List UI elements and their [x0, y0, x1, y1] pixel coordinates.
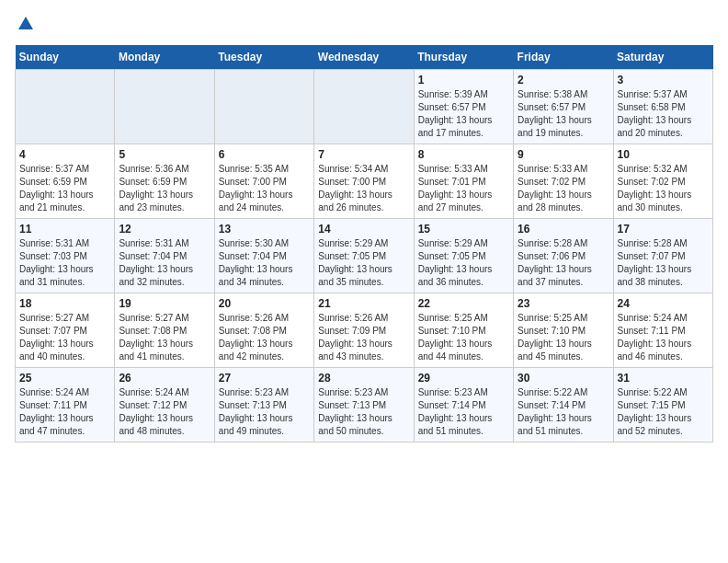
weekday-header-wednesday: Wednesday	[314, 45, 414, 70]
day-number: 30	[518, 372, 609, 385]
day-number: 20	[219, 297, 310, 310]
day-number: 19	[119, 297, 210, 310]
calendar-cell: 22Sunrise: 5:25 AM Sunset: 7:10 PM Dayli…	[414, 293, 513, 367]
day-number: 18	[19, 297, 110, 310]
calendar-cell	[314, 69, 414, 144]
cell-content: Sunrise: 5:32 AM Sunset: 7:02 PM Dayligh…	[618, 163, 709, 214]
calendar-cell: 29Sunrise: 5:23 AM Sunset: 7:14 PM Dayli…	[414, 367, 513, 442]
day-number: 10	[618, 148, 709, 161]
calendar-cell: 7Sunrise: 5:34 AM Sunset: 7:00 PM Daylig…	[314, 144, 414, 218]
cell-content: Sunrise: 5:33 AM Sunset: 7:01 PM Dayligh…	[418, 163, 509, 214]
day-number: 26	[119, 372, 210, 385]
cell-content: Sunrise: 5:39 AM Sunset: 6:57 PM Dayligh…	[418, 88, 509, 140]
cell-content: Sunrise: 5:29 AM Sunset: 7:05 PM Dayligh…	[318, 237, 409, 289]
cell-content: Sunrise: 5:33 AM Sunset: 7:02 PM Dayligh…	[518, 163, 609, 214]
day-number: 7	[318, 148, 409, 161]
cell-content: Sunrise: 5:22 AM Sunset: 7:14 PM Dayligh…	[518, 386, 609, 438]
day-number: 5	[119, 148, 210, 161]
calendar-cell: 30Sunrise: 5:22 AM Sunset: 7:14 PM Dayli…	[514, 367, 613, 442]
calendar-cell: 24Sunrise: 5:24 AM Sunset: 7:11 PM Dayli…	[613, 293, 712, 367]
calendar-cell: 13Sunrise: 5:30 AM Sunset: 7:04 PM Dayli…	[214, 218, 313, 293]
day-number: 23	[518, 297, 609, 310]
calendar-cell: 19Sunrise: 5:27 AM Sunset: 7:08 PM Dayli…	[115, 293, 214, 367]
day-number: 3	[618, 74, 709, 86]
cell-content: Sunrise: 5:36 AM Sunset: 6:59 PM Dayligh…	[119, 163, 210, 214]
weekday-header-friday: Friday	[514, 45, 613, 70]
calendar-cell: 9Sunrise: 5:33 AM Sunset: 7:02 PM Daylig…	[514, 144, 613, 218]
day-number: 9	[518, 148, 609, 161]
cell-content: Sunrise: 5:30 AM Sunset: 7:04 PM Dayligh…	[219, 237, 310, 289]
logo-text	[15, 15, 35, 38]
calendar-cell: 21Sunrise: 5:26 AM Sunset: 7:09 PM Dayli…	[314, 293, 414, 367]
day-number: 29	[418, 372, 509, 385]
day-number: 8	[418, 148, 509, 161]
cell-content: Sunrise: 5:37 AM Sunset: 6:59 PM Dayligh…	[19, 163, 110, 214]
calendar-cell: 25Sunrise: 5:24 AM Sunset: 7:11 PM Dayli…	[16, 367, 115, 442]
cell-content: Sunrise: 5:26 AM Sunset: 7:09 PM Dayligh…	[318, 312, 409, 363]
calendar-cell: 12Sunrise: 5:31 AM Sunset: 7:04 PM Dayli…	[115, 218, 214, 293]
weekday-header-tuesday: Tuesday	[214, 45, 313, 70]
logo-icon	[17, 15, 35, 33]
calendar-cell: 4Sunrise: 5:37 AM Sunset: 6:59 PM Daylig…	[16, 144, 115, 218]
day-number: 13	[219, 223, 310, 236]
calendar-cell: 2Sunrise: 5:38 AM Sunset: 6:57 PM Daylig…	[514, 69, 613, 144]
day-number: 12	[119, 223, 210, 236]
weekday-header-sunday: Sunday	[16, 45, 115, 70]
day-number: 14	[318, 223, 409, 236]
day-number: 25	[19, 372, 110, 385]
cell-content: Sunrise: 5:35 AM Sunset: 7:00 PM Dayligh…	[219, 163, 310, 214]
cell-content: Sunrise: 5:31 AM Sunset: 7:04 PM Dayligh…	[119, 237, 210, 289]
calendar-cell	[214, 69, 313, 144]
cell-content: Sunrise: 5:22 AM Sunset: 7:15 PM Dayligh…	[618, 386, 709, 438]
cell-content: Sunrise: 5:23 AM Sunset: 7:14 PM Dayligh…	[418, 386, 509, 438]
calendar-cell: 17Sunrise: 5:28 AM Sunset: 7:07 PM Dayli…	[613, 218, 712, 293]
calendar-cell: 6Sunrise: 5:35 AM Sunset: 7:00 PM Daylig…	[214, 144, 313, 218]
day-number: 24	[618, 297, 709, 310]
calendar-cell: 8Sunrise: 5:33 AM Sunset: 7:01 PM Daylig…	[414, 144, 513, 218]
calendar-cell: 28Sunrise: 5:23 AM Sunset: 7:13 PM Dayli…	[314, 367, 414, 442]
cell-content: Sunrise: 5:34 AM Sunset: 7:00 PM Dayligh…	[318, 163, 409, 214]
cell-content: Sunrise: 5:26 AM Sunset: 7:08 PM Dayligh…	[219, 312, 310, 363]
cell-content: Sunrise: 5:23 AM Sunset: 7:13 PM Dayligh…	[318, 386, 409, 438]
calendar-cell: 18Sunrise: 5:27 AM Sunset: 7:07 PM Dayli…	[16, 293, 115, 367]
calendar-week-1: 1Sunrise: 5:39 AM Sunset: 6:57 PM Daylig…	[16, 69, 713, 144]
calendar-week-4: 18Sunrise: 5:27 AM Sunset: 7:07 PM Dayli…	[16, 293, 713, 367]
weekday-header-saturday: Saturday	[613, 45, 712, 70]
day-number: 15	[418, 223, 509, 236]
cell-content: Sunrise: 5:23 AM Sunset: 7:13 PM Dayligh…	[219, 386, 310, 438]
cell-content: Sunrise: 5:27 AM Sunset: 7:08 PM Dayligh…	[119, 312, 210, 363]
day-number: 6	[219, 148, 310, 161]
weekday-header-row: SundayMondayTuesdayWednesdayThursdayFrid…	[16, 45, 713, 70]
cell-content: Sunrise: 5:28 AM Sunset: 7:06 PM Dayligh…	[518, 237, 609, 289]
calendar-cell: 10Sunrise: 5:32 AM Sunset: 7:02 PM Dayli…	[613, 144, 712, 218]
logo	[15, 15, 35, 34]
day-number: 17	[618, 223, 709, 236]
cell-content: Sunrise: 5:25 AM Sunset: 7:10 PM Dayligh…	[418, 312, 509, 363]
calendar-cell: 23Sunrise: 5:25 AM Sunset: 7:10 PM Dayli…	[514, 293, 613, 367]
calendar-week-2: 4Sunrise: 5:37 AM Sunset: 6:59 PM Daylig…	[16, 144, 713, 218]
day-number: 27	[219, 372, 310, 385]
calendar-cell: 11Sunrise: 5:31 AM Sunset: 7:03 PM Dayli…	[16, 218, 115, 293]
cell-content: Sunrise: 5:24 AM Sunset: 7:11 PM Dayligh…	[19, 386, 110, 438]
calendar-cell: 1Sunrise: 5:39 AM Sunset: 6:57 PM Daylig…	[414, 69, 513, 144]
calendar-cell	[115, 69, 214, 144]
cell-content: Sunrise: 5:27 AM Sunset: 7:07 PM Dayligh…	[19, 312, 110, 363]
cell-content: Sunrise: 5:31 AM Sunset: 7:03 PM Dayligh…	[19, 237, 110, 289]
calendar-cell: 27Sunrise: 5:23 AM Sunset: 7:13 PM Dayli…	[214, 367, 313, 442]
day-number: 1	[418, 74, 509, 86]
calendar-cell: 31Sunrise: 5:22 AM Sunset: 7:15 PM Dayli…	[613, 367, 712, 442]
day-number: 21	[318, 297, 409, 310]
weekday-header-monday: Monday	[115, 45, 214, 70]
svg-marker-0	[18, 17, 33, 29]
day-number: 22	[418, 297, 509, 310]
calendar-cell: 20Sunrise: 5:26 AM Sunset: 7:08 PM Dayli…	[214, 293, 313, 367]
cell-content: Sunrise: 5:38 AM Sunset: 6:57 PM Dayligh…	[518, 88, 609, 140]
weekday-header-thursday: Thursday	[414, 45, 513, 70]
day-number: 11	[19, 223, 110, 236]
calendar-table: SundayMondayTuesdayWednesdayThursdayFrid…	[15, 45, 713, 442]
day-number: 16	[518, 223, 609, 236]
cell-content: Sunrise: 5:25 AM Sunset: 7:10 PM Dayligh…	[518, 312, 609, 363]
cell-content: Sunrise: 5:37 AM Sunset: 6:58 PM Dayligh…	[618, 88, 709, 140]
calendar-cell	[16, 69, 115, 144]
calendar-cell: 14Sunrise: 5:29 AM Sunset: 7:05 PM Dayli…	[314, 218, 414, 293]
